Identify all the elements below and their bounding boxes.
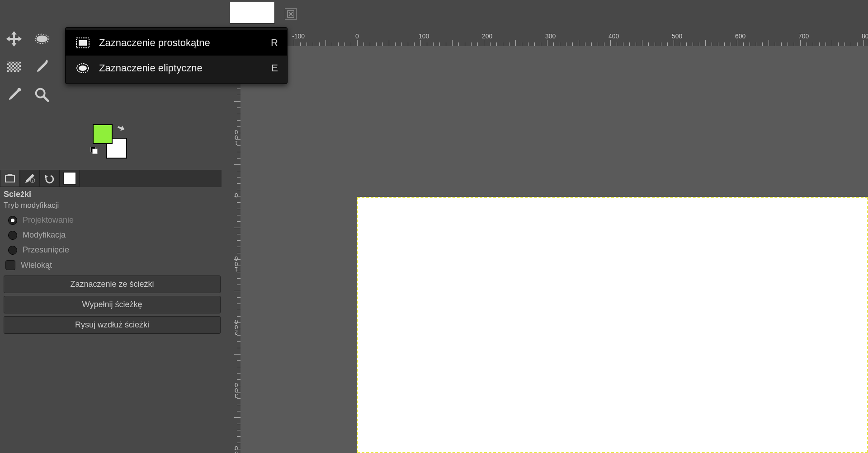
radio-label: Modyfikacja [23,230,66,240]
radio-label: Przesunięcie [23,245,69,255]
gradient-tool[interactable] [0,53,28,81]
button-fill-path[interactable]: Wypełnij ścieżkę [4,296,221,313]
canvas[interactable] [357,197,868,453]
radio-move-mode[interactable]: Przesunięcie [4,243,218,257]
toolbox [0,25,59,109]
svg-point-2 [37,35,48,42]
dock-tab-image[interactable] [60,170,80,187]
foreground-color[interactable] [93,124,113,144]
radio-edit-mode[interactable]: Modyfikacja [4,228,218,243]
dock-tab-device[interactable]: i [20,170,40,187]
dock-tab-tool-options[interactable] [0,170,20,187]
menu-item-ellipse-select[interactable]: Zaznaczenie eliptyczne E [66,56,287,81]
document-tab-bar [0,0,868,25]
dock-tab-undo[interactable] [40,170,60,187]
tool-options-subtitle: Tryb modyfikacji [4,201,218,210]
svg-rect-5 [7,62,21,72]
checkbox-label: Wielokąt [21,261,52,270]
svg-rect-12 [79,40,87,46]
menu-item-rect-select[interactable]: Zaznaczenie prostokątne R [66,30,287,56]
menu-item-label: Zaznaczenie prostokątne [99,37,263,49]
rect-select-icon [75,37,91,49]
svg-rect-8 [5,176,14,182]
canvas-viewport[interactable] [241,46,868,453]
color-swatch-area [90,124,129,163]
menu-item-shortcut: E [271,62,278,74]
color-picker-tool[interactable] [0,81,28,109]
tool-options-panel: Scieżki Tryb modyfikacji Projektowanie M… [0,187,222,339]
zoom-tool[interactable] [28,81,56,109]
swap-colors-icon[interactable] [115,125,124,134]
menu-item-shortcut: R [271,37,278,49]
move-tool[interactable] [0,25,28,53]
document-thumbnail[interactable] [230,2,275,23]
close-document-button[interactable] [285,8,297,20]
svg-point-6 [18,88,21,92]
checkbox-polygon[interactable]: Wielokąt [4,257,218,273]
tool-options-title: Scieżki [4,190,218,199]
selection-tool-submenu: Zaznaczenie prostokątne R Zaznaczenie el… [65,27,288,84]
button-selection-from-path[interactable]: Zaznaczenie ze ścieżki [4,276,221,293]
radio-label: Projektowanie [23,215,74,225]
vertical-ruler[interactable]: 2 0 01 0 001 0 02 0 03 0 04 0 0 [227,45,241,453]
default-colors-icon[interactable] [90,147,98,154]
menu-item-label: Zaznaczenie eliptyczne [99,62,263,74]
ellipse-select-icon [75,62,91,75]
radio-design-mode[interactable]: Projektowanie [4,213,218,228]
dock-tab-row: i [0,170,222,187]
horizontal-ruler[interactable]: -1000100200300400500600700800 [241,32,868,46]
paintbrush-tool[interactable] [28,53,56,81]
ellipse-select-tool[interactable] [28,25,56,53]
svg-text:i: i [32,178,33,183]
button-stroke-path[interactable]: Rysuj wzdłuż ścieżki [4,316,221,334]
svg-point-14 [79,65,87,71]
